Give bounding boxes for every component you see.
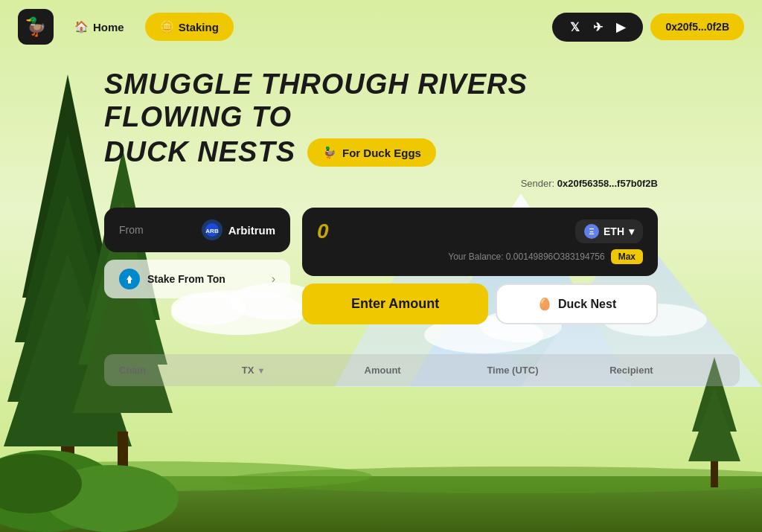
from-network: ARB Arbitrum (202, 219, 275, 240)
hero-title-line1: SMUGGLE THROUGH RIVERS FLOWING TO (104, 68, 566, 133)
svg-rect-34 (128, 280, 131, 283)
panel-left: From ARB Arbitrum (104, 208, 290, 324)
token-selector[interactable]: Ξ ETH ▾ (575, 219, 643, 243)
duck-nest-button[interactable]: 🥚 Duck Nest (496, 283, 658, 324)
table-col-chain: Chain (119, 365, 234, 376)
social-buttons: 𝕏 ✈ ▶ (552, 13, 643, 42)
balance-value: 0.00149896O383194756 (506, 251, 605, 262)
logo-icon: 🦆 (25, 16, 47, 37)
recipient-col-label: Recipient (609, 365, 653, 376)
tx-col-label: TX (242, 365, 254, 376)
staking-nav-label: Staking (179, 21, 219, 33)
nav-left: 🦆 🏠 Home 🪙 Staking (18, 9, 234, 45)
action-buttons: Enter Amount 🥚 Duck Nest (302, 283, 658, 324)
nav-right: 𝕏 ✈ ▶ 0x20f5...0f2B (552, 13, 744, 42)
table-col-tx[interactable]: TX ▼ (242, 365, 357, 376)
amount-col-label: Amount (365, 365, 401, 376)
x-social-button[interactable]: 𝕏 (564, 19, 586, 36)
hero-title-line2: DUCK NESTS 🦆 For Duck Eggs (104, 136, 566, 169)
time-col-label: Time (UTC) (487, 365, 538, 376)
wallet-button[interactable]: 0x20f5...0f2B (650, 13, 744, 40)
logo-button[interactable]: 🦆 (18, 9, 54, 45)
home-nav-button[interactable]: 🏠 Home (60, 13, 139, 41)
stake-from-ton-button[interactable]: Stake From Ton › (104, 260, 290, 298)
enter-amount-button[interactable]: Enter Amount (302, 283, 488, 324)
telegram-social-button[interactable]: ✈ (587, 19, 609, 36)
ton-icon (119, 269, 140, 289)
sort-arrow-icon: ▼ (257, 366, 265, 375)
duck-nest-icon: 🥚 (537, 297, 552, 311)
from-label: From (119, 224, 144, 236)
hero-title-duck-nests: DUCK NESTS (104, 136, 295, 169)
duck-nest-label: Duck Nest (558, 298, 616, 311)
table-header: Chain TX ▼ Amount Time (UTC) Recipient (119, 365, 725, 376)
staking-nav-button[interactable]: 🪙 Staking (145, 13, 234, 41)
staking-icon: 🪙 (160, 20, 174, 33)
max-button[interactable]: Max (611, 249, 643, 264)
for-duck-eggs-button[interactable]: 🦆 For Duck Eggs (307, 138, 436, 167)
balance-row: Your Balance: 0.00149896O383194756 Max (317, 249, 643, 264)
chain-col-label: Chain (119, 365, 146, 376)
home-nav-label: Home (93, 21, 124, 33)
amount-top-row: 0 Ξ ETH ▾ (317, 219, 643, 243)
eth-symbol: Ξ (589, 227, 594, 236)
duck-eggs-label: For Duck Eggs (342, 147, 421, 159)
home-icon: 🏠 (74, 20, 89, 33)
sender-label: Sender: (521, 178, 555, 189)
eth-icon: Ξ (584, 224, 599, 239)
table-col-amount: Amount (365, 365, 480, 376)
balance-label: Your Balance: 0.00149896O383194756 (448, 251, 604, 262)
duck-eggs-icon: 🦆 (322, 146, 336, 159)
panel-right: 0 Ξ ETH ▾ Your Balance: 0.00149896O38319… (302, 208, 658, 324)
amount-value: 0 (317, 219, 329, 243)
transaction-table: Chain TX ▼ Amount Time (UTC) Recipient (104, 354, 740, 386)
main-content: SMUGGLE THROUGH RIVERS FLOWING TO DUCK N… (0, 54, 762, 339)
sender-address: 0x20f56358...f57b0f2B (557, 178, 658, 189)
from-selector[interactable]: From ARB Arbitrum (104, 208, 290, 252)
balance-label-text: Your Balance: (448, 251, 503, 262)
svg-text:ARB: ARB (205, 228, 219, 234)
stake-ton-label: Stake From Ton (147, 273, 264, 285)
dropdown-arrow-icon: ▾ (629, 225, 634, 237)
arbitrum-icon: ARB (202, 219, 222, 240)
from-network-label: Arbitrum (228, 224, 275, 237)
amount-box: 0 Ξ ETH ▾ Your Balance: 0.00149896O38319… (302, 208, 658, 276)
chevron-right-icon: › (272, 272, 275, 286)
hero-title: SMUGGLE THROUGH RIVERS FLOWING TO DUCK N… (104, 68, 566, 169)
navbar: 🦆 🏠 Home 🪙 Staking 𝕏 ✈ ▶ 0x20f5...0f2B (0, 0, 762, 54)
table-col-time: Time (UTC) (487, 365, 602, 376)
table-col-recipient: Recipient (609, 365, 725, 376)
staking-panel: From ARB Arbitrum (104, 208, 658, 324)
sender-info: Sender: 0x20f56358...f57b0f2B (104, 176, 658, 190)
youtube-social-button[interactable]: ▶ (610, 19, 631, 36)
token-label: ETH (603, 225, 624, 237)
